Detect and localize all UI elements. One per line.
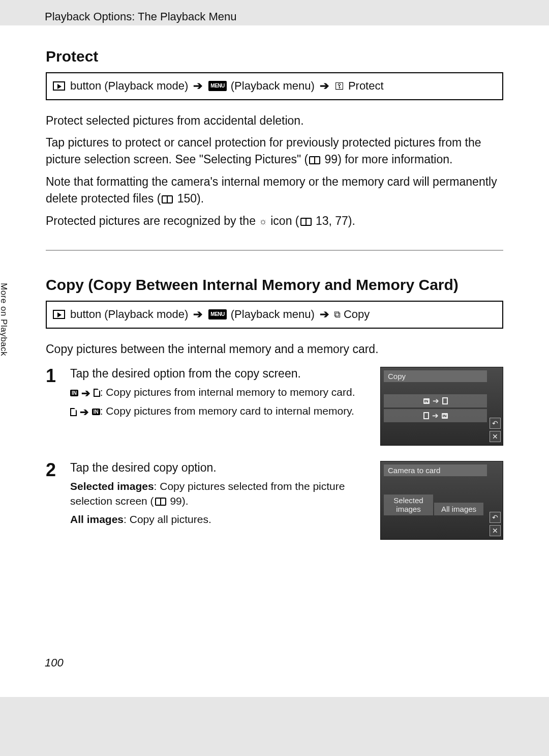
nav-dest: Protect [348, 78, 384, 94]
shot-option-card-to-in[interactable]: ➔ IN [384, 409, 487, 422]
step2-opt2: All images: Copy all pictures. [70, 512, 371, 527]
step-body: Tap the desired copy option. Selected im… [70, 461, 371, 540]
copy-nav-path: button (Playback mode) ➔ MENU (Playback … [46, 301, 503, 329]
sd-card-icon [94, 389, 100, 397]
step-lead: Tap the desired option from the copy scr… [70, 367, 371, 381]
arrow-icon: ➔ [81, 386, 90, 400]
protect-p1: Protect selected pictures from accidenta… [46, 112, 503, 129]
divider [46, 250, 503, 251]
menu-icon: MENU [208, 309, 226, 319]
shot-title: Camera to card [384, 464, 487, 476]
internal-memory-icon: IN [70, 390, 78, 396]
book-icon [309, 156, 320, 164]
playback-icon [53, 81, 65, 91]
close-button[interactable]: ✕ [490, 525, 501, 536]
close-button[interactable]: ✕ [490, 431, 501, 442]
arrow-icon: ➔ [432, 411, 439, 420]
protect-heading: Protect [46, 48, 503, 65]
step-2: 2 Tap the desired copy option. Selected … [46, 461, 503, 540]
shot-selected-images-button[interactable]: Selected images [384, 495, 433, 515]
arrow-icon: ➔ [433, 396, 439, 405]
camera-to-card-shot: Camera to card Selected imagesAll images… [380, 461, 503, 540]
step-number: 2 [46, 461, 61, 540]
copy-screen-shot: Copy IN ➔ ➔ IN ↶ [380, 367, 503, 446]
arrow-icon: ➔ [193, 307, 202, 323]
internal-memory-icon: IN [442, 413, 448, 419]
step2-opt1: Selected images: Copy pictures selected … [70, 479, 371, 509]
sd-card-icon [442, 397, 448, 404]
step-lead: Tap the desired copy option. [70, 461, 371, 475]
protect-key-icon: ⚿ [335, 80, 344, 93]
sd-card-icon [70, 408, 77, 416]
page: Playback Options: The Playback Menu More… [0, 0, 549, 756]
section-header: Playback Options: The Playback Menu [45, 10, 236, 28]
protect-marker-icon: ☼ [259, 215, 267, 228]
book-icon [155, 498, 166, 506]
shot-all-images-button[interactable]: All images [434, 503, 483, 515]
internal-memory-icon: IN [92, 409, 100, 415]
shot-title: Copy [384, 370, 487, 382]
arrow-icon: ➔ [320, 307, 329, 323]
step1-opt2: ➔ IN: Copy pictures from memory card to … [70, 403, 371, 419]
step-body: Tap the desired option from the copy scr… [70, 367, 371, 446]
copy-icon: ⧉ [334, 308, 341, 321]
arrow-icon: ➔ [80, 404, 89, 419]
step1-opt1: IN ➔ : Copy pictures from internal memor… [70, 385, 371, 400]
protect-p4: Protected pictures are recognized by the… [46, 213, 503, 229]
internal-memory-icon: IN [423, 398, 430, 404]
arrow-icon: ➔ [193, 78, 202, 94]
sd-card-icon [423, 412, 429, 419]
copy-intro: Copy pictures between the internal memor… [46, 341, 503, 358]
protect-p3: Note that formatting the camera's intern… [46, 173, 503, 208]
arrow-icon: ➔ [320, 78, 329, 94]
sidebar-tab-label: More on Playback [0, 283, 9, 356]
shot-option-in-to-card[interactable]: IN ➔ [384, 394, 487, 408]
nav-menu-label: (Playback menu) [231, 78, 315, 94]
step-1: 1 Tap the desired option from the copy s… [46, 367, 503, 446]
nav-button-label: button (Playback mode) [70, 307, 188, 323]
step-number: 1 [46, 367, 61, 446]
playback-icon [53, 310, 65, 319]
sidebar-tab: More on Playback [0, 274, 14, 365]
book-icon [162, 195, 173, 203]
content: Protect button (Playback mode) ➔ MENU (P… [0, 25, 549, 540]
nav-menu-label: (Playback menu) [231, 307, 315, 323]
book-icon [300, 218, 312, 226]
menu-icon: MENU [208, 81, 226, 91]
nav-dest: Copy [344, 307, 370, 323]
nav-button-label: button (Playback mode) [70, 78, 188, 94]
copy-heading: Copy (Copy Between Internal Memory and M… [46, 276, 503, 294]
page-inner: Playback Options: The Playback Menu More… [0, 25, 549, 697]
protect-p2: Tap pictures to protect or cancel protec… [46, 134, 503, 168]
protect-nav-path: button (Playback mode) ➔ MENU (Playback … [46, 72, 503, 100]
back-button[interactable]: ↶ [490, 512, 501, 523]
back-button[interactable]: ↶ [490, 418, 501, 429]
page-number: 100 [45, 656, 64, 670]
